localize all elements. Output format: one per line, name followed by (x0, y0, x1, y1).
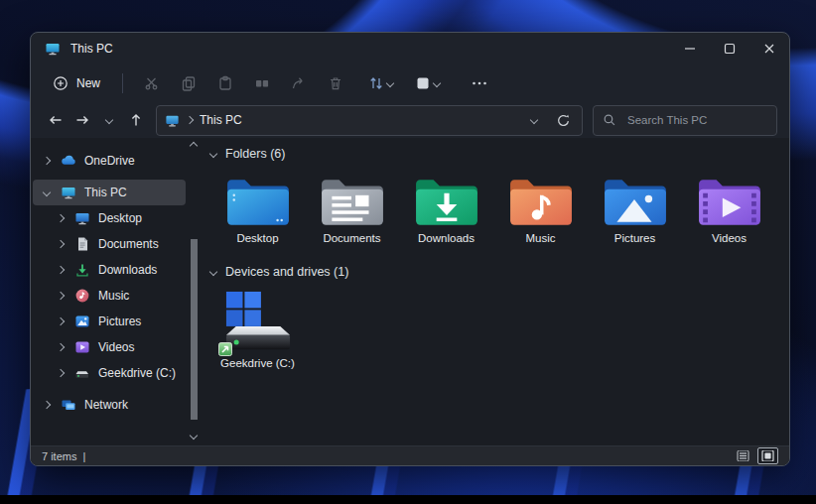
sidebar-item-onedrive[interactable]: OneDrive (33, 148, 186, 174)
refresh-icon (556, 113, 571, 128)
sidebar-item-pictures[interactable]: Pictures (33, 309, 186, 334)
tile-label: Pictures (614, 232, 656, 244)
sidebar-item-this-pc[interactable]: This PC (33, 180, 186, 205)
recent-locations-button[interactable] (96, 108, 121, 133)
search-box[interactable] (593, 105, 777, 136)
expander-chevron-icon[interactable] (55, 315, 67, 327)
search-icon (603, 113, 616, 127)
sidebar-item-label: Pictures (98, 315, 141, 328)
this-pc-icon (45, 41, 61, 57)
new-button[interactable]: New (41, 70, 112, 96)
title-bar[interactable]: This PC (31, 33, 789, 64)
chevron-down-icon (530, 116, 538, 124)
delete-button[interactable] (317, 68, 353, 98)
sidebar-item-geekdrive[interactable]: Geekdrive (C:) (33, 360, 186, 386)
minimize-button[interactable] (670, 33, 710, 64)
back-button[interactable] (43, 108, 68, 133)
search-input[interactable] (625, 113, 767, 127)
folder-tile-downloads[interactable]: Downloads (399, 171, 493, 249)
folder-tile-videos[interactable]: Videos (682, 171, 776, 249)
forward-arrow-icon (74, 112, 90, 128)
trash-icon (328, 75, 343, 91)
sidebar-item-desktop[interactable]: Desktop (33, 205, 186, 231)
sidebar-item-label: Network (84, 398, 128, 412)
sidebar-item-label: Videos (98, 340, 134, 354)
sidebar-item-network[interactable]: Network (33, 392, 186, 418)
rename-button[interactable] (243, 68, 280, 98)
screen-bottom-bar (0, 495, 816, 504)
tile-label: Music (525, 232, 555, 244)
expander-chevron-icon[interactable] (55, 238, 67, 250)
devices-header-label: Devices and drives (1) (225, 265, 348, 279)
network-icon (61, 397, 76, 413)
breadcrumb-chevron-icon (186, 116, 194, 124)
folder-tile-documents[interactable]: Documents (305, 171, 399, 249)
up-arrow-icon (128, 112, 144, 128)
copy-button[interactable] (170, 68, 206, 98)
onedrive-cloud-icon (61, 153, 76, 169)
forward-button[interactable] (69, 108, 94, 133)
folder-tile-music[interactable]: Music (493, 171, 588, 249)
folder-tile-pictures[interactable]: Pictures (588, 171, 682, 249)
sidebar-scrollbar[interactable] (188, 138, 201, 445)
tile-label: Videos (712, 232, 747, 244)
address-bar[interactable]: This PC (156, 105, 583, 136)
sort-button[interactable] (361, 68, 400, 98)
shortcut-badge-icon (218, 342, 232, 359)
sidebar-item-videos[interactable]: Videos (33, 334, 186, 360)
expander-chevron-icon[interactable] (55, 290, 67, 302)
refresh-button[interactable] (552, 109, 574, 131)
close-icon (761, 41, 777, 57)
scroll-down-icon[interactable] (190, 432, 198, 440)
folder-tiles: Desktop Documents (210, 171, 783, 249)
documents-folder-icon (320, 176, 385, 227)
sidebar-item-label: Documents (98, 237, 159, 251)
plus-circle-icon (53, 75, 68, 91)
sidebar-item-label: This PC (84, 186, 127, 199)
folder-tile-desktop[interactable]: Desktop (210, 171, 305, 249)
close-button[interactable] (749, 33, 789, 64)
sidebar-item-downloads[interactable]: Downloads (33, 257, 186, 283)
back-arrow-icon (48, 112, 64, 128)
cut-button[interactable] (133, 68, 170, 98)
sidebar-item-label: Downloads (98, 263, 157, 277)
drive-tile-geekdrive[interactable]: Geekdrive (C:) (210, 287, 305, 372)
sidebar-item-music[interactable]: Music (33, 283, 186, 309)
sidebar-item-label: Desktop (98, 211, 142, 225)
expander-chevron-icon[interactable] (55, 264, 67, 276)
tile-label: Documents (323, 232, 380, 244)
pictures-image-icon (74, 314, 90, 329)
details-view-button[interactable] (734, 448, 752, 463)
paste-button[interactable] (206, 68, 243, 98)
downloads-arrow-icon (74, 262, 90, 278)
expander-chevron-icon[interactable] (41, 155, 53, 167)
command-toolbar: New (31, 64, 789, 102)
view-button[interactable] (408, 68, 447, 98)
share-button[interactable] (280, 68, 317, 98)
toolbar-divider (122, 73, 123, 93)
scrollbar-thumb[interactable] (191, 239, 198, 420)
breadcrumb-this-pc[interactable]: This PC (200, 113, 242, 127)
items-view: Folders (6) Desktop (201, 138, 789, 445)
view-toggles (734, 447, 778, 464)
up-button[interactable] (123, 108, 148, 133)
address-dropdown-button[interactable] (523, 109, 545, 131)
see-more-button[interactable] (461, 68, 497, 98)
collapse-chevron-icon[interactable] (209, 150, 217, 158)
expander-chevron-icon[interactable] (55, 341, 67, 353)
videos-play-icon (74, 339, 90, 355)
scroll-up-icon[interactable] (190, 142, 198, 150)
expander-chevron-icon[interactable] (55, 212, 67, 224)
collapse-chevron-icon[interactable] (209, 268, 217, 276)
collapse-chevron-icon[interactable] (41, 187, 53, 198)
videos-folder-icon (697, 176, 762, 227)
item-count: 7 items (42, 450, 76, 462)
expander-chevron-icon[interactable] (55, 367, 67, 379)
sidebar-item-documents[interactable]: Documents (33, 231, 186, 257)
view-icon (415, 75, 431, 91)
desktop: { "window": {"title": "This PC", "contro… (0, 0, 816, 504)
music-disc-icon (74, 288, 90, 304)
expander-chevron-icon[interactable] (41, 399, 53, 411)
large-icons-view-button[interactable] (757, 447, 778, 464)
maximize-button[interactable] (710, 33, 749, 64)
